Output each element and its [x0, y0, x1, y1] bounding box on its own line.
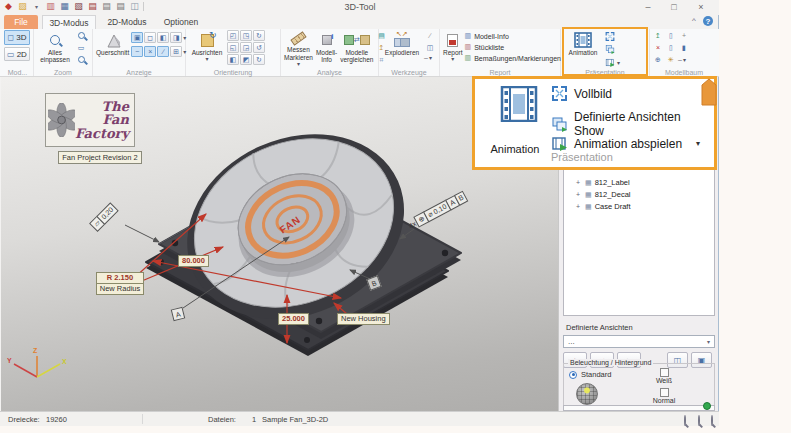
button-querschnitt[interactable]: Querschnitt — [95, 30, 130, 69]
open-dropdown-caret-icon[interactable]: ▾ — [31, 1, 42, 12]
button-modell-info[interactable]: i Modell-Info — [315, 30, 338, 69]
rotate-cw-icon[interactable]: ↻ — [253, 30, 265, 41]
report-item-modell-info[interactable]: ▥ Modell-Info — [465, 32, 561, 40]
zoom-in-status-icon[interactable] — [698, 416, 700, 425]
title-bar[interactable]: ◆ ▨ ▾ ▥ ▦ ▧ ▤ ▤ ▤ ◫ 3D-Tool – □ × — [0, 0, 719, 15]
expand-toggle-icon[interactable]: + — [576, 203, 582, 210]
tree-item-case-draft[interactable]: + ▦ Case Draft — [576, 202, 630, 211]
print-2d-icon[interactable]: ▤ — [115, 1, 126, 12]
height-dimension[interactable]: 25.000 — [278, 313, 309, 325]
grid-toggle[interactable]: ⊞ — [170, 46, 182, 57]
copy-icon[interactable]: ◫ — [129, 1, 140, 12]
edges-toggle[interactable]: ~ — [131, 46, 143, 57]
tab-2d-modus[interactable]: 2D-Modus — [100, 15, 154, 29]
report-item-bemassungen[interactable]: ▥ Bemaßungen/Markierungen — [465, 54, 561, 62]
abspielen-dropdown-caret-icon[interactable]: ▾ — [696, 139, 700, 148]
annotations-toggle[interactable]: ∕ — [157, 46, 169, 57]
defined-views-dropdown[interactable]: ... ▾ — [563, 335, 715, 348]
shaded-view-toggle[interactable]: ▣ — [131, 32, 143, 43]
animation-abspielen-menu-item[interactable]: Animation abspielen ▾ — [551, 135, 700, 152]
close-button[interactable]: × — [690, 0, 712, 13]
zoom-window-icon[interactable]: ▭ — [75, 42, 87, 53]
tree-bar1-icon[interactable]: ▯ — [665, 30, 677, 41]
vollbild-ribbon-icon[interactable] — [604, 31, 616, 42]
ansichten-show-ribbon-icon[interactable] — [604, 44, 616, 55]
print-icon[interactable]: ▤ — [101, 1, 112, 12]
transparent-view-toggle[interactable]: ◨ — [170, 32, 182, 43]
zoom-out-icon[interactable] — [75, 54, 87, 65]
view-front-icon[interactable]: ◰ — [227, 30, 239, 41]
button-modelle-vergleichen[interactable]: ⇄ Modelle vergleichen — [339, 30, 374, 69]
save-view-icon[interactable]: ▧ — [73, 1, 84, 12]
tab-3d-modus[interactable]: 3D-Modus — [42, 15, 96, 29]
button-report[interactable]: Report ▾ — [442, 30, 464, 69]
zoom-select-icon[interactable] — [684, 416, 686, 425]
ribbon: ◻3D ▭2D Mod... Alles einpassen ▭ Zoom — [0, 29, 719, 77]
zoom-in-icon[interactable] — [75, 30, 87, 41]
app-logo-icon[interactable]: ◆ — [3, 1, 14, 12]
animation-big-button[interactable] — [499, 86, 539, 126]
tree-isolate-icon[interactable]: ▮ — [678, 42, 690, 53]
normal-checkbox[interactable] — [660, 388, 669, 397]
fan-logo-icon — [48, 103, 75, 137]
minimize-button[interactable]: – — [637, 0, 659, 13]
report-item-stueckliste[interactable]: ▥ Stückliste — [465, 43, 561, 51]
animation-button-label: Animation — [483, 143, 547, 155]
close-file-icon[interactable]: ▥ — [45, 1, 56, 12]
open-file-icon[interactable]: ▨ — [17, 1, 28, 12]
button-messen-markieren[interactable]: Messen Markieren ▾ — [283, 30, 314, 69]
maximize-button[interactable]: □ — [663, 0, 685, 13]
radius-dimension[interactable]: R 2.150 New Radius — [96, 272, 144, 295]
animation-abspielen-ribbon-icon[interactable] — [604, 57, 616, 68]
werkzeuge-caret-icon[interactable]: ▾ — [429, 54, 432, 61]
tree-expand-icon[interactable]: ↥ — [652, 30, 664, 41]
standard-radio-row[interactable]: Standard — [569, 370, 611, 379]
pdf-export-icon[interactable]: ▤ — [87, 1, 98, 12]
lighting-sphere-control[interactable] — [576, 383, 598, 405]
wireframe-view-toggle[interactable]: ◻ — [144, 32, 156, 43]
tree-item-812-decal[interactable]: + ▦ 812_Decal — [576, 190, 630, 199]
annotate-pen-icon[interactable]: ∕ — [424, 30, 436, 41]
tree-search-icon[interactable]: ⊕ — [652, 54, 664, 65]
tab-file[interactable]: File — [4, 15, 38, 29]
expand-toggle-icon[interactable]: + — [576, 191, 582, 198]
abspielen-caret-icon[interactable]: ▾ — [617, 59, 620, 66]
vertices-toggle[interactable]: × — [144, 46, 156, 57]
ansichten-show-menu-item[interactable]: Definierte Ansichten Show — [551, 110, 714, 138]
view-right-icon[interactable]: ◲ — [240, 42, 252, 53]
rotate-ccw-icon[interactable]: ↺ — [253, 42, 265, 53]
modellbaum-caret-icon[interactable]: ▾ — [683, 56, 686, 63]
normal-bg-option[interactable]: Normal — [644, 388, 684, 404]
white-bg-option[interactable]: Weiß — [644, 368, 684, 384]
view-iso-icon[interactable]: ◩ — [240, 54, 252, 65]
explode-icon: ↖↗ — [394, 32, 410, 48]
zoom-out-status-icon[interactable] — [711, 416, 713, 425]
rotate-90-icon[interactable]: ↻ — [253, 54, 265, 65]
tab-optionen[interactable]: Optionen — [158, 15, 204, 29]
view-back-icon[interactable]: ◳ — [240, 30, 252, 41]
button-2d-mode[interactable]: ▭2D — [4, 47, 30, 61]
standard-radio[interactable] — [569, 371, 577, 379]
housing-annotation[interactable]: New Housing — [337, 313, 390, 325]
move-parts-icon[interactable]: ◫ — [424, 42, 436, 53]
button-explodieren[interactable]: ↖↗ Explodieren — [381, 30, 423, 69]
width-dimension[interactable]: 80.000 — [178, 255, 209, 267]
button-alles-einpassen[interactable]: Alles einpassen — [36, 30, 74, 69]
button-ausrichten[interactable]: ↻ Ausrichten ▾ — [188, 30, 226, 69]
tree-delete-icon[interactable]: × — [652, 42, 664, 53]
tree-bar2-icon[interactable]: ▯ — [665, 42, 677, 53]
logo-line2: Factory — [75, 126, 129, 141]
white-checkbox[interactable] — [660, 368, 669, 377]
button-3d-mode[interactable]: ◻3D — [4, 30, 30, 45]
expand-toggle-icon[interactable]: + — [576, 179, 582, 186]
tree-item-812-label[interactable]: + ▦ 812_Label — [576, 178, 630, 187]
callout-group-label: Präsentation — [551, 151, 613, 163]
hidden-line-toggle[interactable]: ◧ — [157, 32, 169, 43]
view-top-icon[interactable]: ◧ — [227, 54, 239, 65]
view-left-icon[interactable]: ◱ — [227, 42, 239, 53]
vollbild-menu-item[interactable]: Vollbild — [551, 85, 612, 102]
tree-color-icon[interactable]: ✳ — [665, 54, 677, 65]
save-icon[interactable]: ▦ — [59, 1, 70, 12]
button-animation[interactable]: Animation — [563, 30, 603, 69]
tree-move-icon[interactable]: + — [678, 30, 690, 41]
